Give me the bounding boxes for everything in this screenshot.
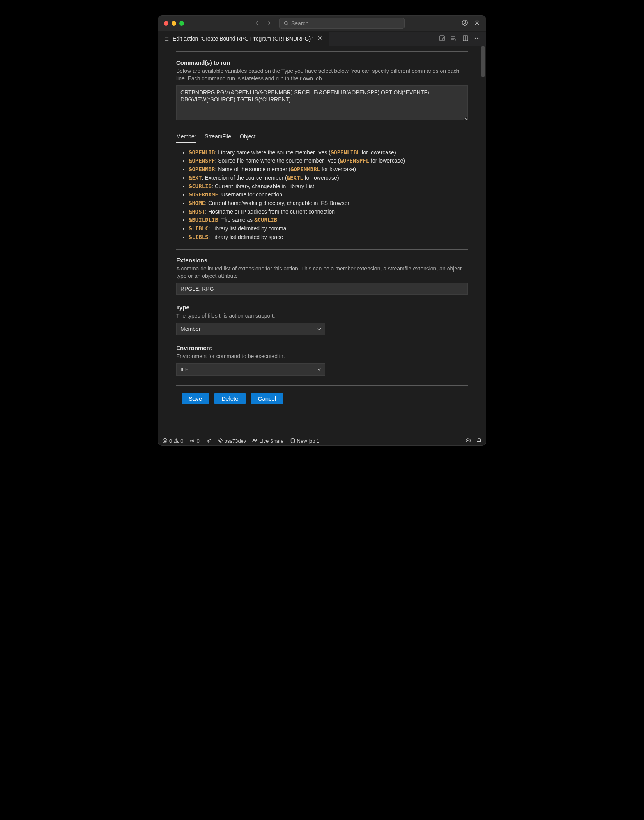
variable-item: &OPENSPF: Source file name where the sou… (189, 157, 468, 165)
type-select[interactable]: Member (176, 323, 325, 335)
save-button[interactable]: Save (182, 393, 209, 404)
zoom-window-button[interactable] (179, 21, 184, 26)
bell-icon[interactable] (476, 438, 482, 444)
window: Search Edit action "Create Bound RPG Pro… (158, 16, 486, 445)
commands-title: Command(s) to run (176, 59, 468, 66)
svg-point-2 (464, 21, 466, 23)
tab-member[interactable]: Member (176, 131, 196, 143)
search-placeholder: Search (291, 20, 308, 27)
cancel-button[interactable]: Cancel (251, 393, 283, 404)
chevron-down-icon (317, 327, 322, 331)
svg-point-8 (479, 37, 479, 38)
error-icon (162, 438, 168, 444)
database-icon (290, 438, 295, 444)
warning-icon (173, 438, 179, 444)
search-icon (283, 21, 289, 26)
type-value: Member (180, 326, 200, 332)
type-section: Type The types of files this action can … (176, 304, 468, 335)
variables-list: &OPENLIB: Library name where the source … (182, 148, 468, 242)
variable-item: &LIBLS: Library list delimited by space (189, 233, 468, 242)
list-icon (164, 36, 170, 42)
search-input[interactable]: Search (279, 18, 405, 29)
variable-item: &HOME: Current home/working directory, c… (189, 199, 468, 208)
list-selection-icon[interactable] (451, 35, 457, 42)
commands-textarea[interactable] (176, 85, 468, 120)
radio-icon (189, 438, 195, 444)
section-divider (176, 385, 468, 386)
chevron-down-icon (317, 367, 322, 372)
status-newjob[interactable]: New job 1 (290, 438, 320, 444)
editor-tabbar: Edit action "Create Bound RPG Program (C… (158, 32, 486, 46)
account-icon[interactable] (462, 19, 468, 27)
status-ports[interactable]: 0 (189, 438, 199, 444)
status-errors[interactable]: 0 0 (162, 438, 183, 444)
minimize-window-button[interactable] (172, 21, 176, 26)
scrollbar[interactable] (481, 46, 485, 77)
status-bar: 0 0 0 oss73dev Live Share New job 1 (158, 436, 486, 445)
extensions-input[interactable] (176, 283, 468, 295)
env-select[interactable]: ILE (176, 363, 325, 376)
svg-point-7 (477, 37, 478, 38)
gear-icon (218, 438, 223, 444)
split-editor-icon[interactable] (462, 35, 469, 42)
svg-point-11 (219, 440, 221, 442)
extensions-section: Extensions A comma delimited list of ext… (176, 257, 468, 295)
variable-item: &LIBLC: Library list delimited by comma (189, 224, 468, 233)
section-divider (176, 249, 468, 250)
remote-icon (206, 438, 211, 444)
env-title: Environment (176, 345, 468, 351)
liveshare-icon (252, 438, 258, 444)
status-liveshare[interactable]: Live Share (252, 438, 283, 444)
svg-point-16 (469, 440, 469, 441)
delete-button[interactable]: Delete (214, 393, 245, 404)
commands-section: Command(s) to run Below are available va… (176, 59, 468, 122)
svg-rect-14 (466, 439, 471, 442)
button-row: Save Delete Cancel (182, 393, 468, 404)
variable-item: &BUILDLIB: The same as &CURLIB (189, 216, 468, 224)
variable-item: &USERNAME: Username for connection (189, 191, 468, 199)
type-title: Type (176, 304, 468, 311)
extensions-title: Extensions (176, 257, 468, 263)
env-desc: Environment for command to be executed i… (176, 353, 468, 360)
traffic-lights (164, 21, 184, 26)
binary-icon[interactable] (439, 35, 445, 42)
svg-point-15 (467, 440, 468, 441)
status-remote[interactable] (206, 438, 211, 444)
tab-streamfile[interactable]: StreamFile (205, 131, 231, 143)
nav-back-icon[interactable] (254, 20, 260, 27)
titlebar: Search (158, 16, 486, 32)
svg-point-6 (475, 37, 476, 38)
section-divider (176, 51, 468, 52)
settings-gear-icon[interactable] (474, 19, 480, 27)
variable-item: &EXT: Extension of the source member (&E… (189, 174, 468, 182)
env-value: ILE (180, 366, 189, 373)
more-icon[interactable] (474, 35, 480, 42)
type-desc: The types of files this action can suppo… (176, 312, 468, 320)
variable-tabs: Member StreamFile Object (176, 131, 468, 143)
svg-point-3 (476, 22, 478, 23)
status-host[interactable]: oss73dev (218, 438, 246, 444)
variable-item: &OPENLIB: Library name where the source … (189, 148, 468, 157)
svg-point-0 (284, 21, 287, 25)
variable-item: &HOST: Hostname or IP address from the c… (189, 208, 468, 216)
tab-edit-action[interactable]: Edit action "Create Bound RPG Program (C… (158, 32, 329, 46)
nav-arrows (254, 20, 272, 27)
tab-object[interactable]: Object (240, 131, 255, 143)
environment-section: Environment Environment for command to b… (176, 345, 468, 376)
tab-title: Edit action "Create Bound RPG Program (C… (173, 35, 313, 42)
close-window-button[interactable] (164, 21, 168, 26)
variable-item: &OPENMBR: Name of the source member (&OP… (189, 165, 468, 174)
editor-body: Command(s) to run Below are available va… (158, 46, 486, 436)
nav-forward-icon[interactable] (266, 20, 272, 27)
svg-point-13 (291, 439, 294, 440)
copilot-icon[interactable] (465, 438, 471, 444)
svg-point-10 (192, 440, 193, 441)
variable-item: &CURLIB: Current library, changeable in … (189, 182, 468, 191)
tab-close-icon[interactable] (317, 35, 323, 42)
extensions-desc: A comma delimited list of extensions for… (176, 265, 468, 280)
commands-desc: Below are available variables based on t… (176, 67, 468, 82)
